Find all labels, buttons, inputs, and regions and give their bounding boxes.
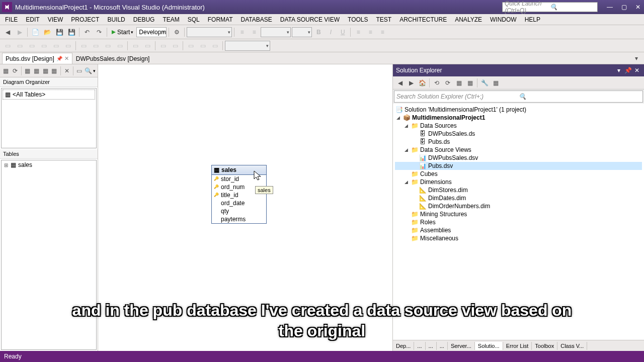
minimize-button[interactable]: — <box>606 3 614 11</box>
folder-misc[interactable]: 📁 Miscellaneous <box>395 234 642 242</box>
file-dwpubssales-ds[interactable]: 🗄 DWPubsSales.ds <box>395 130 642 138</box>
align-right-button[interactable]: ≡ <box>377 27 388 38</box>
bold-button[interactable]: B <box>313 27 324 38</box>
tab-dwpubssales-dsv[interactable]: DWPubsSales.dsv [Design] <box>72 53 153 64</box>
tb2-btn-2[interactable]: ▭ <box>14 40 25 51</box>
italic-button[interactable]: I <box>325 27 336 38</box>
delete-button[interactable]: ✕ <box>63 66 71 76</box>
underline-button[interactable]: U <box>337 27 348 38</box>
tb2-btn-12[interactable]: ▭ <box>142 40 153 51</box>
menu-analyze[interactable]: ANALYZE <box>451 15 486 24</box>
tb2-btn-11[interactable]: ▭ <box>130 40 141 51</box>
menu-database[interactable]: DATABASE <box>237 15 276 24</box>
menu-project[interactable]: PROJECT <box>67 15 103 24</box>
save-all-button[interactable]: 💾 <box>66 27 77 38</box>
bottom-tab-4[interactable]: Server... <box>448 342 475 350</box>
arrange-button[interactable]: ▦ <box>50 66 58 76</box>
show-button[interactable]: ▦ <box>41 66 49 76</box>
table-column-row[interactable]: ord_date <box>212 199 266 207</box>
table-column-row[interactable]: qty <box>212 207 266 215</box>
folder-roles[interactable]: 📁 Roles <box>395 218 642 226</box>
menu-architecture[interactable]: ARCHITECTURE <box>395 15 451 24</box>
new-diagram-button[interactable]: ▦ <box>23 66 31 76</box>
tb2-btn-1[interactable]: ▭ <box>2 40 13 51</box>
refresh-button[interactable]: ⟳ <box>11 66 19 76</box>
expander-icon[interactable]: ◢ <box>403 123 409 128</box>
find-combo[interactable] <box>187 27 232 37</box>
sol-forward-button[interactable]: ▶ <box>406 78 416 88</box>
tab-dropdown-button[interactable]: ▾ <box>631 53 642 64</box>
file-pubs-dsv[interactable]: 📊 Pubs.dsv <box>395 162 642 170</box>
delete-diagram-button[interactable]: ▦ <box>32 66 40 76</box>
close-button[interactable]: ✕ <box>634 3 642 11</box>
file-dimstores[interactable]: 📐 DimStores.dim <box>395 186 642 194</box>
bottom-tab-solution[interactable]: Solutio... <box>475 342 503 350</box>
start-button[interactable]: Start ▾ <box>109 29 135 36</box>
file-dwpubssales-dsv[interactable]: 📊 DWPubsSales.dsv <box>395 154 642 162</box>
open-button[interactable]: 📂 <box>42 27 53 38</box>
folder-mining[interactable]: 📁 Mining Structures <box>395 210 642 218</box>
deploy-button[interactable]: ⚙ <box>171 27 182 38</box>
table-box-sales[interactable]: ▦ sales 🔑stor_id🔑ord_num🔑title_idord_dat… <box>211 165 267 224</box>
bottom-tab-3[interactable]: ... <box>437 342 448 350</box>
zoom-button[interactable]: ▭ <box>75 66 83 76</box>
tb2-btn-14[interactable]: ▭ <box>170 40 181 51</box>
menu-debug[interactable]: DEBUG <box>129 15 159 24</box>
expander-icon[interactable]: ◢ <box>403 179 409 185</box>
forward-button[interactable]: ▶ <box>14 27 25 38</box>
menu-tools[interactable]: TOOLS <box>344 15 372 24</box>
tb2-btn-15[interactable]: ▭ <box>185 40 196 51</box>
bottom-tab-classview[interactable]: Class V... <box>557 342 587 350</box>
sol-properties-button[interactable]: 🔧 <box>479 78 490 88</box>
new-file-button[interactable]: 📄 <box>30 27 41 38</box>
tb2-btn-16[interactable]: ▭ <box>197 40 208 51</box>
redo-button[interactable]: ↷ <box>94 27 105 38</box>
table-column-row[interactable]: 🔑stor_id <box>212 175 266 183</box>
bottom-tab-toolbox[interactable]: Toolbox <box>532 342 557 350</box>
menu-format[interactable]: FORMAT <box>204 15 237 24</box>
tb2-btn-10[interactable]: ▭ <box>114 40 125 51</box>
quick-launch-input[interactable]: Quick Launch (Ctrl+Q) 🔍 <box>502 2 598 12</box>
folder-assemblies[interactable]: 📁 Assemblies <box>395 226 642 234</box>
table-box-header[interactable]: ▦ sales <box>212 165 266 175</box>
menu-test[interactable]: TEST <box>372 15 396 24</box>
menu-edit[interactable]: EDIT <box>22 15 43 24</box>
menu-dsv[interactable]: DATA SOURCE VIEW <box>276 15 344 24</box>
folder-data-sources[interactable]: ◢ 📁 Data Sources <box>395 122 642 130</box>
pin-icon[interactable]: 📌 <box>56 56 62 61</box>
tb2-btn-6[interactable]: ▭ <box>62 40 73 51</box>
folder-data-source-views[interactable]: ◢ 📁 Data Source Views <box>395 146 642 154</box>
menu-build[interactable]: BUILD <box>103 15 129 24</box>
bottom-tab-2[interactable]: ... <box>426 342 437 350</box>
tab-pubs-dsv[interactable]: Pubs.dsv [Design] 📌 ✕ <box>2 53 72 64</box>
panel-close-button[interactable]: ✕ <box>633 66 641 74</box>
diagram-all-tables[interactable]: ▦ <All Tables> <box>3 89 95 100</box>
menu-sql[interactable]: SQL <box>184 15 204 24</box>
file-dimdates[interactable]: 📐 DimDates.dim <box>395 194 642 202</box>
folder-dimensions[interactable]: ◢ 📁 Dimensions <box>395 178 642 186</box>
size-combo[interactable] <box>292 27 312 37</box>
sol-preview-button[interactable]: ▦ <box>491 78 501 88</box>
sol-sync-button[interactable]: ⟲ <box>432 78 442 88</box>
sol-showall-button[interactable]: ▦ <box>465 78 475 88</box>
align-left-button[interactable]: ≡ <box>353 27 364 38</box>
project-node[interactable]: ◢ 📦 MultidimensionalProject1 <box>395 114 642 122</box>
tb2-btn-17[interactable]: ▭ <box>209 40 220 51</box>
sol-home-button[interactable]: 🏠 <box>417 78 427 88</box>
panel-dropdown-button[interactable]: ▾ <box>615 66 623 74</box>
menu-help[interactable]: HELP <box>521 15 544 24</box>
file-pubs-ds[interactable]: 🗄 Pubs.ds <box>395 138 642 146</box>
tb2-combo[interactable] <box>225 41 270 51</box>
back-button[interactable]: ◀ <box>2 27 13 38</box>
tb2-btn-4[interactable]: ▭ <box>38 40 49 51</box>
maximize-button[interactable]: ▢ <box>620 3 628 11</box>
uncomment-button[interactable]: ≡ <box>249 27 260 38</box>
file-dimordernumbers[interactable]: 📐 DimOrderNumbers.dim <box>395 202 642 210</box>
menu-team[interactable]: TEAM <box>158 15 183 24</box>
table-column-row[interactable]: payterms <box>212 215 266 223</box>
config-combo[interactable]: Developm <box>136 27 167 37</box>
bottom-tab-0[interactable]: Dep... <box>393 342 414 350</box>
add-table-button[interactable]: ▦ <box>2 66 10 76</box>
menu-view[interactable]: VIEW <box>44 15 67 24</box>
expander-icon[interactable]: ⊞ <box>4 162 9 168</box>
